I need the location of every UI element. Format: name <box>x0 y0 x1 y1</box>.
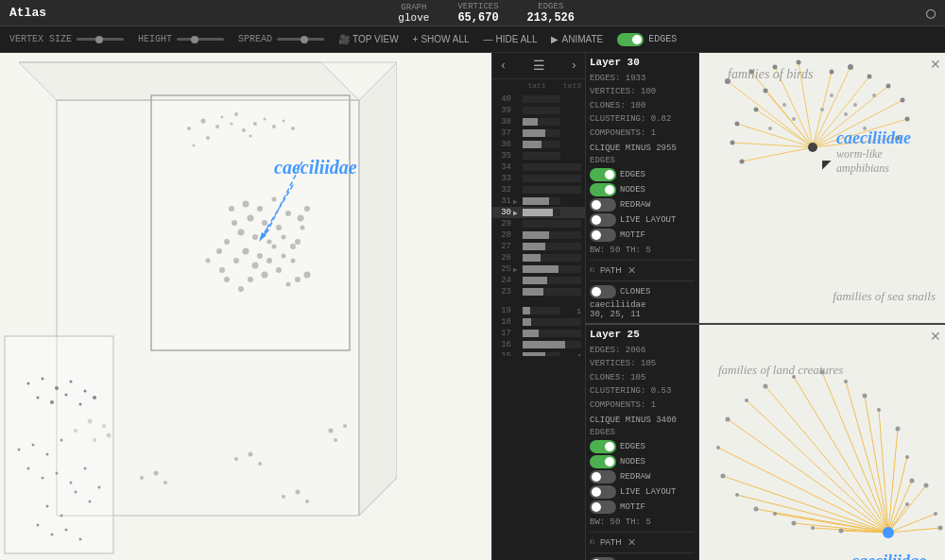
caeciliidae-label-top: caeciliidae <box>836 128 911 148</box>
list-item[interactable]: 28 <box>492 229 585 241</box>
svg-point-16 <box>234 112 238 116</box>
list-item[interactable]: 37 <box>492 127 585 139</box>
svg-point-11 <box>215 125 219 128</box>
list-item-selected[interactable]: 30 ▶ <box>492 207 585 218</box>
l25-motif-toggle[interactable] <box>590 501 616 514</box>
svg-point-37 <box>301 226 305 230</box>
svg-point-99 <box>42 477 44 480</box>
svg-point-151 <box>820 108 824 111</box>
layer30-graph: ✕ <box>699 53 945 323</box>
list-item[interactable]: 33 <box>492 173 585 184</box>
svg-point-193 <box>721 473 726 478</box>
l25-edges-toggle[interactable] <box>590 440 616 453</box>
header-graph: GRAPH glove <box>398 3 429 24</box>
l25-path-button[interactable]: PATH <box>600 537 622 547</box>
svg-point-104 <box>75 491 77 494</box>
panel-nav: ‹ ☰ › <box>492 53 585 79</box>
svg-point-45 <box>276 267 282 273</box>
nav-right-arrow[interactable]: › <box>571 59 577 73</box>
svg-point-195 <box>754 506 759 511</box>
list-item[interactable]: 25 ▶ <box>492 263 585 275</box>
layer25-close-button[interactable]: ✕ <box>930 329 941 344</box>
svg-point-132 <box>797 60 801 65</box>
vertices-value: 65,670 <box>457 11 498 25</box>
svg-point-91 <box>65 394 68 397</box>
svg-point-108 <box>37 524 40 527</box>
nav-left-arrow[interactable]: ‹ <box>500 59 507 73</box>
svg-point-10 <box>201 119 206 124</box>
l30-edges-toggle[interactable] <box>590 168 616 181</box>
l25-motif-label: MOTIF <box>620 502 645 512</box>
layer30-close-button[interactable]: ✕ <box>930 57 941 72</box>
l30-motif-toggle[interactable] <box>590 229 616 242</box>
svg-point-32 <box>232 220 237 226</box>
l25-components: COMPONENTS: 1 <box>590 399 695 412</box>
list-gap <box>492 297 585 305</box>
list-item[interactable]: 35 <box>492 150 585 161</box>
layer-list-top[interactable]: 40 39 38 37 <box>492 92 585 356</box>
l30-live-layout-toggle[interactable] <box>590 213 616 227</box>
svg-point-142 <box>730 141 735 145</box>
height-slider[interactable] <box>177 38 224 41</box>
list-item[interactable]: 34 <box>492 161 585 173</box>
l30-clones-info: caeciliidae 30, 25, 11 <box>590 300 695 319</box>
list-item[interactable]: 27 <box>492 241 585 252</box>
svg-point-25 <box>238 229 245 236</box>
l30-path-clear-button[interactable]: ✕ <box>627 264 636 277</box>
list-item[interactable]: 15 4 <box>492 350 585 356</box>
list-item[interactable]: 23 <box>492 286 585 297</box>
l25-path-clear-button[interactable]: ✕ <box>627 536 636 549</box>
app-title: Atlas <box>9 6 46 20</box>
l25-redraw-toggle[interactable] <box>590 470 616 484</box>
list-item[interactable]: 39 <box>492 105 585 116</box>
svg-line-127 <box>765 91 813 147</box>
animate-button[interactable]: ▶ ANIMATE <box>551 34 603 44</box>
svg-point-53 <box>285 211 291 216</box>
graph-area[interactable]: caeciliidae <box>0 53 491 560</box>
show-all-button[interactable]: + SHOW ALL <box>413 34 470 44</box>
list-item[interactable]: 38 <box>492 116 585 127</box>
graph-value: glove <box>398 12 429 24</box>
vertices-stat: VERTICES 65,670 <box>457 2 498 25</box>
vertex-size-slider[interactable] <box>77 38 124 41</box>
list-item[interactable]: 36 <box>492 139 585 150</box>
layer-list-header: tat1 tat3 <box>492 79 585 92</box>
layer25-content: Layer 25 EDGES: 2066 VERTICES: 105 CLONE… <box>586 325 945 560</box>
list-item[interactable]: 40 <box>492 93 585 105</box>
svg-point-192 <box>716 446 720 450</box>
hide-all-label: HIDE ALL <box>496 34 538 44</box>
svg-point-78 <box>305 500 309 503</box>
github-icon[interactable]: ◯ <box>926 4 936 23</box>
list-item[interactable]: 16 <box>492 339 585 350</box>
l25-live-layout-toggle[interactable] <box>590 485 616 499</box>
list-item[interactable]: 31 ▶ <box>492 195 585 207</box>
svg-point-184 <box>877 408 881 412</box>
svg-point-199 <box>839 528 844 533</box>
spread-slider[interactable] <box>277 38 324 41</box>
svg-point-56 <box>219 267 225 273</box>
list-item[interactable]: 24 <box>492 275 585 286</box>
edges-toggle[interactable] <box>617 33 644 46</box>
list-item[interactable]: 32 <box>492 184 585 195</box>
svg-point-144 <box>764 89 768 93</box>
l30-path-button[interactable]: PATH <box>600 265 622 275</box>
list-item[interactable]: 18 <box>492 316 585 328</box>
l25-nodes-toggle[interactable] <box>590 455 616 468</box>
list-item[interactable]: 29 <box>492 218 585 229</box>
svg-point-54 <box>298 215 304 222</box>
svg-point-13 <box>242 128 246 132</box>
layer25-stats-text: EDGES: 2066 VERTICES: 105 CLONES: 105 CL… <box>590 344 695 412</box>
svg-point-15 <box>221 116 224 119</box>
nav-menu-icon[interactable]: ☰ <box>533 58 545 74</box>
list-item[interactable]: 19 1 <box>492 305 585 316</box>
hide-all-button[interactable]: — HIDE ALL <box>484 34 538 44</box>
svg-point-46 <box>291 259 296 263</box>
l30-redraw-toggle[interactable] <box>590 198 616 212</box>
l30-clones-toggle[interactable] <box>590 285 616 298</box>
top-view-button[interactable]: 🎥 TOP VIEW <box>338 34 399 44</box>
l30-nodes-toggle[interactable] <box>590 183 616 196</box>
list-item[interactable]: 17 <box>492 328 585 339</box>
list-item[interactable]: 26 <box>492 252 585 263</box>
svg-point-100 <box>56 472 59 475</box>
l30-redraw-label: REDRAW <box>620 200 650 210</box>
